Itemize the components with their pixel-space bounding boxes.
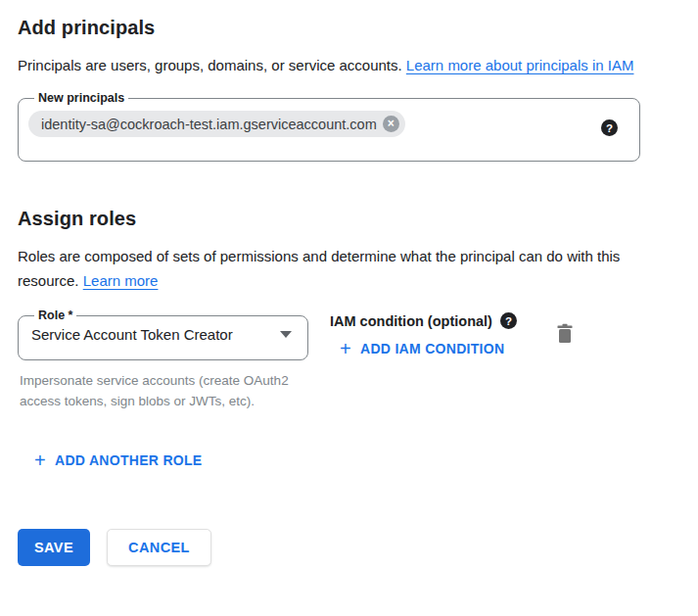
principals-description: Principals are users, groups, domains, o… [18,53,654,77]
principal-chip[interactable]: identity-sa@cockroach-test.iam.gservicea… [28,111,405,137]
role-row: Role * Service Account Token Creator Imp… [18,309,641,411]
add-another-role-label: ADD ANOTHER ROLE [55,452,203,468]
dialog-actions: SAVE CANCEL [18,529,698,566]
plus-icon: + [340,341,351,356]
iam-condition-help-icon[interactable]: ? [500,312,517,329]
role-value-row: Service Account Token Creator [28,322,298,343]
principal-chip-row: identity-sa@cockroach-test.iam.gservicea… [28,111,629,137]
role-select[interactable]: Role * Service Account Token Creator [18,309,308,360]
iam-condition-label: IAM condition (optional) [330,313,492,329]
new-principals-label: New principals [34,91,128,105]
save-button[interactable]: SAVE [18,529,90,566]
learn-more-roles-link[interactable]: Learn more [83,272,159,289]
role-selected-value: Service Account Token Creator [31,326,233,343]
role-helper-text: Impersonate service accounts (create OAu… [20,370,308,411]
add-principals-panel: Add principals Principals are users, gro… [0,0,698,566]
delete-role-button[interactable] [551,319,579,352]
role-column: Role * Service Account Token Creator Imp… [18,309,308,411]
new-principals-help-icon[interactable]: ? [601,119,618,136]
chevron-down-icon [280,331,292,338]
principals-description-text: Principals are users, groups, domains, o… [18,57,406,73]
delete-role-column [551,319,579,352]
learn-more-principals-link[interactable]: Learn more about principals in IAM [406,57,634,73]
add-iam-condition-button[interactable]: + ADD IAM CONDITION [332,335,512,362]
principal-chip-text: identity-sa@cockroach-test.iam.gservicea… [41,117,377,132]
roles-description: Roles are composed of sets of permission… [18,244,654,293]
iam-condition-label-row: IAM condition (optional) ? [330,312,551,329]
trash-icon [555,323,575,345]
chip-remove-icon[interactable]: × [383,116,399,132]
assign-roles-title: Assign roles [18,207,698,231]
iam-condition-column: IAM condition (optional) ? + ADD IAM CON… [330,309,551,362]
new-principals-field[interactable]: New principals identity-sa@cockroach-tes… [18,91,640,162]
cancel-button[interactable]: CANCEL [107,529,211,566]
page-title: Add principals [18,16,698,40]
plus-icon: + [34,452,46,468]
role-select-label: Role * [34,309,76,322]
add-iam-condition-label: ADD IAM CONDITION [360,341,504,356]
add-another-role-button[interactable]: + ADD ANOTHER ROLE [26,447,210,474]
